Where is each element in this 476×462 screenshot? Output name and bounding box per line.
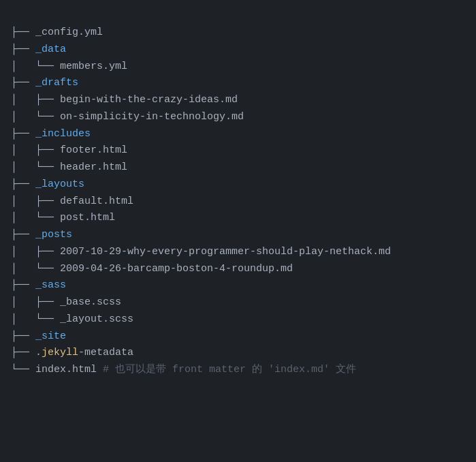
- tree-prefix: ├──: [11, 27, 35, 38]
- tree-prefix: │ ├──: [11, 144, 60, 156]
- tree-prefix: ├──: [11, 229, 35, 241]
- folder-name: _posts: [35, 229, 72, 241]
- folder-name: _site: [35, 330, 66, 342]
- tree-line: │ └── members.yml: [11, 59, 465, 76]
- file-name-highlight: jekyll: [42, 347, 78, 358]
- tree-line: │ └── _layout.scss: [11, 311, 465, 328]
- file-name: on-simplicity-in-technology.md: [60, 111, 244, 123]
- tree-line: ├── _site: [11, 328, 465, 345]
- line-comment: # 也可以是带 front matter 的 'index.md' 文件: [97, 364, 356, 375]
- tree-prefix: │ ├──: [11, 94, 60, 106]
- folder-name: _data: [35, 44, 66, 55]
- tree-prefix: └──: [11, 364, 35, 375]
- tree-prefix: │ └──: [11, 263, 60, 275]
- tree-line: │ ├── begin-with-the-crazy-ideas.md: [11, 92, 465, 109]
- tree-prefix: │ └──: [11, 313, 60, 325]
- tree-line: │ └── header.html: [11, 159, 465, 176]
- tree-prefix: │ └──: [11, 212, 60, 224]
- tree-prefix: ├──: [11, 179, 35, 190]
- tree-line: ├── .jekyll-metadata: [11, 345, 465, 362]
- file-name: _base.scss: [60, 296, 121, 308]
- file-name: begin-with-the-crazy-ideas.md: [60, 94, 238, 106]
- tree-line: │ ├── default.html: [11, 194, 465, 211]
- tree-prefix: ├──: [11, 77, 35, 89]
- tree-line: │ └── post.html: [11, 210, 465, 227]
- folder-name: _drafts: [35, 77, 78, 89]
- file-name: default.html: [60, 196, 133, 207]
- tree-line: ├── _data: [11, 42, 465, 59]
- tree-line: │ └── on-simplicity-in-technology.md: [11, 109, 465, 126]
- file-name: index.html: [35, 364, 97, 375]
- file-name: _layout.scss: [60, 313, 133, 325]
- tree-line: └── index.html # 也可以是带 front matter 的 'i…: [11, 362, 465, 379]
- file-name-after: -metadata: [78, 347, 133, 358]
- tree-prefix: ├──: [11, 279, 35, 291]
- tree-line: ├── _includes: [11, 126, 465, 143]
- tree-line: │ ├── 2007-10-29-why-every-programmer-sh…: [11, 244, 465, 261]
- tree-prefix: │ ├──: [11, 246, 60, 258]
- folder-name: _sass: [35, 279, 66, 291]
- tree-line: ├── _sass: [11, 277, 465, 294]
- file-name: 2009-04-26-barcamp-boston-4-roundup.md: [60, 263, 293, 275]
- file-name: header.html: [60, 161, 127, 173]
- file-name: post.html: [60, 212, 115, 224]
- tree-prefix: │ ├──: [11, 296, 60, 308]
- tree-line: ├── _layouts: [11, 176, 465, 194]
- tree-line: ├── _config.yml: [11, 25, 465, 42]
- tree-prefix: ├──: [11, 128, 35, 140]
- file-name: 2007-10-29-why-every-programmer-should-p…: [60, 246, 391, 258]
- tree-line: │ └── 2009-04-26-barcamp-boston-4-roundu…: [11, 261, 465, 278]
- tree-line: ├── _drafts: [11, 75, 465, 92]
- file-tree: ├── _config.yml├── _data│ └── members.ym…: [11, 8, 465, 379]
- file-name: members.yml: [60, 61, 127, 72]
- tree-prefix: │ └──: [11, 111, 60, 123]
- tree-prefix: │ ├──: [11, 196, 60, 207]
- tree-prefix: │ └──: [11, 61, 60, 72]
- tree-prefix: ├──: [11, 44, 35, 55]
- file-name-before: .: [35, 347, 42, 358]
- tree-line: │ ├── footer.html: [11, 142, 465, 159]
- folder-name: _includes: [35, 128, 91, 140]
- folder-name: _layouts: [35, 179, 84, 190]
- file-name: _config.yml: [35, 27, 103, 38]
- file-name: footer.html: [60, 144, 127, 156]
- tree-line: │ ├── _base.scss: [11, 294, 465, 311]
- tree-prefix: ├──: [11, 330, 35, 342]
- tree-prefix: │ └──: [11, 161, 60, 173]
- tree-line: ├── _posts: [11, 227, 465, 244]
- tree-prefix: ├──: [11, 347, 35, 358]
